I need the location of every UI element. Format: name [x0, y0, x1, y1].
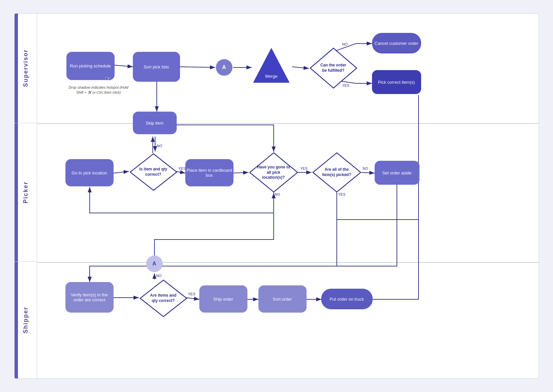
are-items-qty-label: Are items and qty correct?	[148, 293, 178, 303]
svg-line-4	[292, 67, 309, 68]
merge-node[interactable]: Merge	[251, 46, 291, 86]
are-items-qty-node[interactable]: Are items and qty correct?	[139, 279, 188, 318]
connector-a-shipper: A	[146, 255, 163, 272]
cancel-order-label: Cancel customer order	[375, 41, 418, 46]
is-item-qty-node[interactable]: Is item and qty correct?	[129, 152, 178, 192]
svg-line-2	[180, 67, 215, 67]
gone-all-pick-label: Have you gone to all pick location(s)?	[255, 165, 292, 180]
merge-triangle-svg: Merge	[251, 46, 291, 86]
svg-line-11	[232, 172, 248, 173]
drop-shadow-note: Drop shadow indicates hotspot (Hold Shif…	[69, 85, 129, 95]
picker-label: Picker	[22, 181, 29, 203]
connector-a-ship-label: A	[152, 261, 156, 267]
is-item-qty-label: Is item and qty correct?	[138, 167, 168, 177]
pick-correct-label: Pick correct item(s)	[378, 80, 415, 85]
diagram-area: NO YES NO YES YES NO NO	[37, 14, 539, 378]
sort-pick-lists-label: Sort pick lists	[143, 64, 169, 69]
svg-text:YES: YES	[178, 166, 186, 170]
svg-text:NO: NO	[156, 274, 162, 278]
run-picking-label: Run picking schedule	[70, 63, 111, 68]
connector-a-supervisor: A	[216, 59, 232, 76]
cursor-icon: ☞	[105, 75, 111, 83]
supervisor-label: Supervisor	[22, 49, 29, 87]
diagram-container: Supervisor Picker Shipper	[14, 13, 539, 379]
run-picking-node[interactable]: Run picking schedule ☞	[66, 52, 115, 80]
can-order-label: Can the order be fulfilled?	[319, 63, 348, 73]
svg-line-8	[114, 171, 129, 173]
verify-items-label: Verify item(s) in the order are correct	[65, 292, 114, 302]
svg-text:Merge: Merge	[265, 74, 277, 79]
svg-line-20	[186, 298, 199, 299]
ship-order-label: Ship order	[213, 297, 233, 302]
put-on-truck-label: Put order on truck	[329, 297, 364, 302]
ship-order-node[interactable]: Ship order	[199, 285, 247, 313]
sort-order-node[interactable]: Sort order	[258, 285, 307, 313]
set-aside-node[interactable]: Set order aside	[375, 161, 419, 185]
lane-shipper: Shipper	[15, 262, 37, 378]
connector-a-sup-label: A	[222, 64, 226, 70]
can-order-node[interactable]: Can the order be fulfilled?	[309, 47, 358, 89]
svg-line-1	[114, 65, 133, 67]
gone-all-pick-diamond: Have you gone to all pick location(s)?	[248, 151, 299, 193]
pick-correct-node[interactable]: Pick correct item(s)	[372, 70, 421, 94]
verify-items-node[interactable]: Verify item(s) in the order are correct	[65, 282, 114, 313]
svg-text:NO: NO	[157, 144, 162, 148]
lane-picker: Picker	[15, 123, 37, 262]
svg-text:YES: YES	[300, 166, 308, 170]
all-items-diamond: Are all of the item(s) picked?	[312, 151, 362, 193]
place-item-label: Place item in cardboard box	[185, 168, 233, 178]
svg-text:NO: NO	[342, 42, 348, 46]
skip-item-label: Skip item	[146, 121, 163, 126]
gone-all-pick-node[interactable]: Have you gone to all pick location(s)?	[248, 151, 299, 193]
set-aside-label: Set order aside	[382, 170, 412, 175]
all-items-picked-node[interactable]: Are all of the item(s) picked?	[312, 151, 362, 193]
lane-supervisor: Supervisor	[15, 14, 37, 123]
are-items-qty-diamond: Are items and qty correct?	[139, 279, 188, 318]
lane-divider-2	[37, 262, 539, 263]
put-on-truck-node[interactable]: Put order on truck	[321, 289, 373, 309]
go-pick-label: Go to pick location	[72, 170, 107, 175]
supervisor-stripe	[15, 14, 18, 123]
skip-item-node[interactable]: Skip item	[133, 112, 177, 134]
cancel-order-node[interactable]: Cancel customer order	[372, 33, 421, 53]
shipper-stripe	[15, 262, 18, 378]
svg-line-15	[361, 172, 375, 173]
swimlane-labels: Supervisor Picker Shipper	[15, 14, 37, 378]
svg-text:NO: NO	[363, 166, 368, 170]
svg-text:YES: YES	[188, 292, 195, 296]
sort-order-label: Sort order	[273, 297, 292, 302]
sort-pick-lists-node[interactable]: Sort pick lists	[133, 52, 180, 82]
is-item-qty-diamond: Is item and qty correct?	[129, 152, 178, 192]
shipper-label: Shipper	[22, 307, 29, 334]
all-items-label: Are all of the item(s) picked?	[319, 167, 355, 177]
can-order-diamond: Can the order be fulfilled?	[309, 47, 358, 89]
place-item-node[interactable]: Place item in cardboard box	[185, 159, 233, 186]
picker-stripe	[15, 123, 18, 261]
lane-divider-1	[37, 123, 539, 124]
go-pick-node[interactable]: Go to pick location	[65, 159, 114, 186]
